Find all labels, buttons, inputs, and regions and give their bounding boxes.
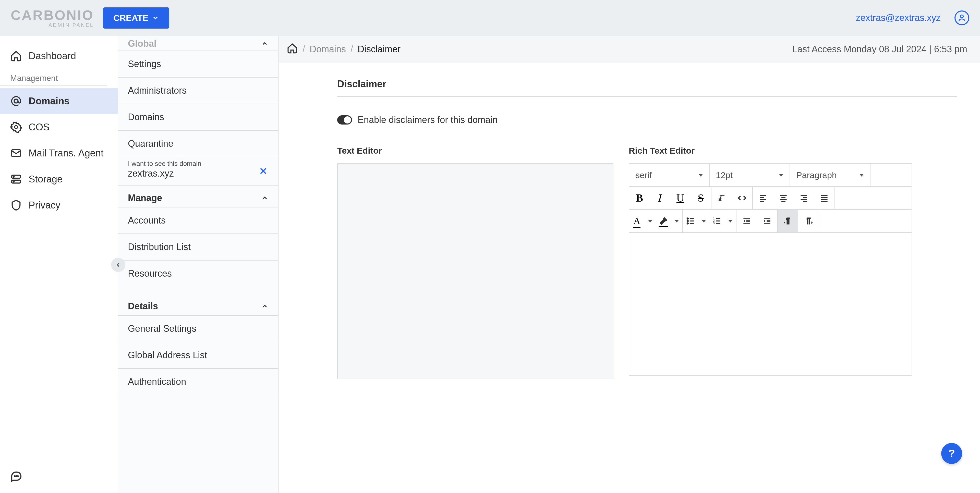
breadcrumb-home[interactable] <box>287 43 298 56</box>
text-color-split: A <box>629 210 656 232</box>
enable-disclaimers-toggle[interactable] <box>337 115 352 124</box>
subnav-item-resources[interactable]: Resources <box>118 261 278 286</box>
collapse-handle[interactable] <box>111 258 125 272</box>
domains-subnav[interactable]: Global Settings Administrators Domains Q… <box>118 36 278 493</box>
user-avatar[interactable] <box>955 11 969 25</box>
number-list-split: 123 <box>710 210 736 232</box>
user-email[interactable]: zextras@zextras.xyz <box>856 13 941 23</box>
subnav-item-general-settings[interactable]: General Settings <box>118 316 278 342</box>
rich-text-editor: serif 12pt Paragraph <box>629 163 912 375</box>
bold-button[interactable]: B <box>629 187 650 209</box>
subnav-item-authentication[interactable]: Authentication <box>118 369 278 395</box>
nav-item-privacy[interactable]: Privacy <box>0 192 118 218</box>
nav-item-mta[interactable]: Mail Trans. Agent <box>0 140 118 166</box>
nav-label: Domains <box>29 96 70 107</box>
outdent-button[interactable] <box>737 210 757 232</box>
nav-label: Storage <box>29 174 62 185</box>
number-list-button[interactable]: 123 <box>710 210 725 232</box>
rte-spacer <box>835 187 912 209</box>
bullet-list-button[interactable] <box>683 210 698 232</box>
rtl-icon <box>803 216 813 226</box>
rte-group-direction <box>778 210 819 232</box>
font-size-select[interactable]: 12pt <box>710 164 790 186</box>
italic-button[interactable]: I <box>650 187 670 209</box>
align-justify-button[interactable] <box>814 187 835 209</box>
feedback-button[interactable] <box>10 470 22 482</box>
brand-logo: CARBONIO ADMIN PANEL <box>11 8 94 27</box>
nav-label: COS <box>29 122 49 133</box>
divider <box>337 96 957 97</box>
subnav-section-global[interactable]: Global <box>118 36 278 51</box>
subnav-item-gal[interactable]: Global Address List <box>118 342 278 369</box>
domain-filter[interactable]: I want to see this domain zextras.xyz ✕ <box>118 157 278 186</box>
rich-editor-title: Rich Text Editor <box>629 146 912 156</box>
editors-row: Text Editor Rich Text Editor serif <box>337 146 957 379</box>
text-color-menu[interactable] <box>644 210 656 232</box>
chevron-up-icon <box>261 40 268 47</box>
chevron-down-icon <box>779 174 783 177</box>
dashboard-icon <box>10 50 22 62</box>
ltr-button[interactable] <box>778 210 798 232</box>
indent-button[interactable] <box>757 210 777 232</box>
create-button-label: CREATE <box>113 13 148 23</box>
align-right-button[interactable] <box>794 187 814 209</box>
subnav-item-domains[interactable]: Domains <box>118 104 278 130</box>
help-icon: ? <box>948 447 955 460</box>
number-list-menu[interactable] <box>725 210 736 232</box>
brand-sub: ADMIN PANEL <box>48 22 94 27</box>
user-icon <box>958 14 966 22</box>
subnav-item-settings[interactable]: Settings <box>118 51 278 78</box>
text-editor-title: Text Editor <box>337 146 613 156</box>
align-left-button[interactable] <box>753 187 773 209</box>
subnav-section-label: Global <box>128 38 156 49</box>
subnav-item-accounts[interactable]: Accounts <box>118 207 278 234</box>
breadcrumb-parent[interactable]: Domains <box>310 44 346 55</box>
chevron-down-icon <box>728 220 733 223</box>
svg-point-6 <box>13 177 14 177</box>
clear-format-button[interactable] <box>711 187 732 209</box>
font-family-select[interactable]: serif <box>629 164 710 186</box>
enable-toggle-label: Enable disclaimers for this domain <box>358 115 498 125</box>
at-icon <box>10 95 22 107</box>
bullet-list-menu[interactable] <box>698 210 710 232</box>
chevron-up-icon <box>261 303 268 310</box>
subnav-wrap: Global Settings Administrators Domains Q… <box>118 36 278 493</box>
indent-icon <box>762 216 772 226</box>
block-format-select[interactable]: Paragraph <box>790 164 870 186</box>
subnav-item-quarantine[interactable]: Quarantine <box>118 130 278 157</box>
underline-button[interactable]: U <box>670 187 690 209</box>
text-color-button[interactable]: A <box>629 210 644 232</box>
nav-item-storage[interactable]: Storage <box>0 166 118 192</box>
clear-filter-button[interactable]: ✕ <box>259 165 267 177</box>
subnav-item-distribution-list[interactable]: Distribution List <box>118 234 278 261</box>
nav-item-dashboard[interactable]: Dashboard <box>0 43 118 69</box>
align-center-button[interactable] <box>773 187 794 209</box>
rich-text-input[interactable] <box>629 233 912 375</box>
subnav-item-administrators[interactable]: Administrators <box>118 78 278 104</box>
highlight-button[interactable] <box>656 210 671 232</box>
create-button[interactable]: CREATE <box>103 7 169 29</box>
breadcrumb-current: Disclaimer <box>358 44 401 55</box>
svg-point-29 <box>687 218 689 219</box>
rtl-button[interactable] <box>798 210 819 232</box>
svg-point-1 <box>14 99 18 103</box>
highlight-icon <box>659 216 668 226</box>
rte-spacer <box>819 210 912 232</box>
font-family-value: serif <box>635 170 652 180</box>
subnav-section-details[interactable]: Details <box>118 294 278 316</box>
subnav-section-manage[interactable]: Manage <box>118 186 278 207</box>
strikethrough-button[interactable]: S <box>690 187 711 209</box>
home-icon <box>287 43 298 54</box>
help-fab[interactable]: ? <box>941 443 962 464</box>
svg-text:3: 3 <box>713 222 714 225</box>
domain-filter-value: zextras.xyz <box>128 168 174 179</box>
subnav-section-label: Details <box>128 301 158 312</box>
rte-group-align <box>753 187 835 209</box>
code-button[interactable] <box>732 187 752 209</box>
highlight-menu[interactable] <box>671 210 682 232</box>
text-editor-input[interactable] <box>337 163 613 379</box>
nav-item-cos[interactable]: COS <box>0 114 118 140</box>
last-access: Last Access Monday 08 Jul 2024 | 6:53 pm <box>792 44 967 55</box>
nav-label: Dashboard <box>29 51 76 62</box>
nav-item-domains[interactable]: Domains <box>0 88 118 114</box>
